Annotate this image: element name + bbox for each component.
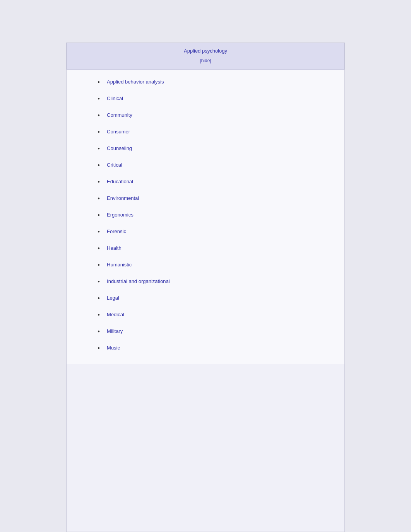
list-item: Legal — [98, 290, 329, 306]
list-item-link[interactable]: Health — [107, 245, 122, 251]
list-item-link[interactable]: Medical — [107, 312, 124, 317]
list-item: Environmental — [98, 190, 329, 206]
list-item: Counseling — [98, 140, 329, 157]
list-item: Medical — [98, 306, 329, 323]
list-item-link[interactable]: Legal — [107, 295, 119, 301]
list-item: Consumer — [98, 123, 329, 140]
list-item-link[interactable]: Educational — [107, 179, 133, 184]
list-item-link[interactable]: Ergonomics — [107, 212, 134, 218]
list-item: Military — [98, 323, 329, 339]
list-item-link[interactable]: Humanistic — [107, 262, 132, 268]
list-item: Educational — [98, 173, 329, 190]
list-item-link[interactable]: Forensic — [107, 228, 126, 234]
list-item: Community — [98, 107, 329, 123]
content-area: Applied psychology [hide] Applied behavi… — [66, 43, 345, 532]
list-item-link[interactable]: Clinical — [107, 95, 123, 101]
list-item-link[interactable]: Critical — [107, 162, 122, 168]
list-item-link[interactable]: Environmental — [107, 195, 139, 201]
nav-box: Applied psychology [hide] — [67, 43, 344, 70]
list-item: Ergonomics — [98, 206, 329, 223]
list-item-link[interactable]: Military — [107, 328, 123, 334]
list-item: Industrial and organizational — [98, 273, 329, 290]
list-item-link[interactable]: Applied behavior analysis — [107, 79, 164, 85]
list-item-link[interactable]: Consumer — [107, 129, 130, 135]
page-wrapper: Applied psychology [hide] Applied behavi… — [0, 0, 411, 532]
list-item: Critical — [98, 157, 329, 173]
list-item: Humanistic — [98, 256, 329, 273]
nav-title: Applied psychology — [75, 48, 336, 54]
list-item-link[interactable]: Counseling — [107, 145, 132, 151]
list-item: Applied behavior analysis — [98, 73, 329, 90]
list-section: Applied behavior analysisClinicalCommuni… — [67, 70, 344, 364]
list-item: Music — [98, 339, 329, 356]
list-item: Health — [98, 240, 329, 256]
list-item: Clinical — [98, 90, 329, 107]
list-item: Forensic — [98, 223, 329, 240]
hide-button[interactable]: [hide] — [200, 58, 211, 63]
nav-list: Applied behavior analysisClinicalCommuni… — [98, 73, 329, 356]
list-item-link[interactable]: Industrial and organizational — [107, 278, 170, 284]
list-item-link[interactable]: Music — [107, 345, 120, 351]
list-item-link[interactable]: Community — [107, 112, 132, 118]
